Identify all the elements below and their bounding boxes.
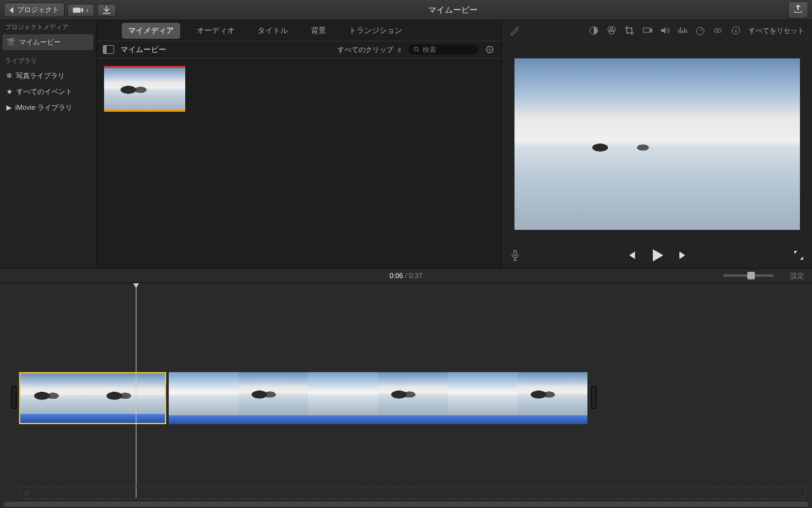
sidebar-item-photo-library[interactable]: ✲ 写真ライブラリ: [0, 68, 96, 84]
preview-viewer[interactable]: [514, 58, 800, 230]
timeline-settings-button[interactable]: 設定: [790, 271, 804, 281]
search-icon: [414, 46, 420, 53]
fullscreen-icon[interactable]: [794, 251, 803, 260]
reset-all-button[interactable]: すべてをリセット: [749, 26, 804, 36]
sidebar-item-imovie-library[interactable]: ▶ iMovie ライブラリ: [0, 100, 96, 116]
music-track[interactable]: ♫: [19, 486, 806, 499]
play-button[interactable]: [650, 248, 664, 262]
back-label: プロジェクト: [17, 5, 59, 15]
media-clip-thumbnail[interactable]: [104, 66, 185, 112]
media-import-button[interactable]: ♪: [67, 4, 95, 17]
color-correction-icon[interactable]: [606, 25, 617, 36]
svg-point-1: [414, 47, 418, 51]
total-time: 0:37: [409, 272, 422, 279]
browser-title: マイムービー: [121, 44, 166, 55]
zoom-slider[interactable]: [723, 274, 774, 277]
clip-edge-handle-right[interactable]: [591, 386, 596, 409]
updown-icon: ⇳: [397, 47, 402, 53]
movie-title: マイムービー: [119, 4, 789, 16]
prev-button[interactable]: [626, 250, 636, 260]
tab-background[interactable]: 背景: [304, 23, 332, 39]
sidebar-item-my-movie[interactable]: 🎬 マイムービー: [3, 34, 93, 50]
timeline-clip[interactable]: [169, 372, 587, 424]
disclosure-triangle-icon: ▶: [6, 104, 11, 112]
playhead[interactable]: [136, 283, 136, 498]
import-button[interactable]: [97, 4, 116, 17]
timeline-clip-selected[interactable]: [19, 372, 166, 424]
color-balance-icon[interactable]: [589, 25, 599, 36]
clip-filter-icon[interactable]: [713, 25, 723, 36]
speed-icon[interactable]: [695, 25, 705, 36]
audio-waveform: [20, 414, 165, 423]
timeline-scrollbar[interactable]: [4, 502, 808, 507]
clip-favorite-indicator: [104, 110, 185, 112]
svg-rect-8: [643, 28, 650, 32]
clapper-icon: 🎬: [6, 38, 15, 46]
toggle-sidebar-button[interactable]: [103, 45, 114, 54]
crop-icon[interactable]: [624, 25, 634, 36]
volume-icon[interactable]: [660, 25, 670, 36]
clip-filter-dropdown[interactable]: すべてのクリップ ⇳: [337, 45, 402, 55]
svg-rect-0: [73, 8, 81, 13]
svg-point-3: [489, 49, 491, 51]
gear-icon[interactable]: [485, 44, 495, 55]
next-button[interactable]: [678, 250, 688, 260]
back-to-projects-button[interactable]: プロジェクト: [4, 3, 65, 17]
project-media-header: プロジェクトメディア: [0, 20, 96, 34]
library-header: ライブラリ: [0, 54, 96, 68]
tab-transition[interactable]: トランジション: [343, 23, 409, 39]
voiceover-icon[interactable]: [511, 250, 520, 261]
clip-edge-handle-left[interactable]: [11, 386, 16, 409]
stabilize-icon[interactable]: [642, 25, 652, 36]
search-field[interactable]: [422, 46, 467, 53]
noise-reduction-icon[interactable]: [678, 25, 688, 36]
tab-title[interactable]: タイトル: [251, 23, 294, 39]
timeline[interactable]: ♫: [0, 283, 812, 508]
tab-audio[interactable]: オーディオ: [190, 23, 241, 39]
music-note-icon: ♪: [86, 7, 89, 13]
sidebar-item-all-events[interactable]: ★ すべてのイベント: [0, 84, 96, 100]
music-note-icon: ♫: [23, 488, 29, 497]
flower-icon: ✲: [6, 72, 12, 80]
clip-used-indicator: [104, 66, 185, 68]
info-icon[interactable]: [731, 25, 741, 36]
search-input[interactable]: [409, 44, 478, 55]
star-icon: ★: [6, 88, 13, 96]
audio-waveform: [169, 415, 587, 424]
svg-rect-13: [514, 250, 516, 256]
share-button[interactable]: [788, 1, 808, 18]
tab-my-media[interactable]: マイメディア: [122, 23, 180, 39]
enhance-icon[interactable]: [509, 25, 520, 36]
current-time: 0:06: [390, 272, 403, 279]
